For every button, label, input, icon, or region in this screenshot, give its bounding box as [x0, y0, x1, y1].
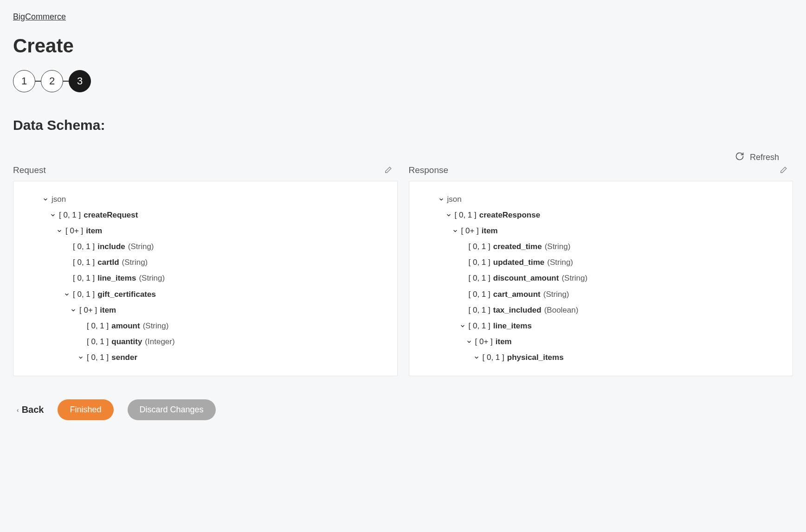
chevron-down-icon[interactable] — [452, 228, 458, 234]
node-name: updated_time — [493, 257, 545, 268]
chevron-down-icon[interactable] — [42, 196, 49, 203]
section-title: Data Schema: — [13, 117, 793, 133]
step-connector — [63, 81, 69, 82]
chevron-down-icon[interactable] — [445, 212, 452, 218]
node-type: (String) — [122, 257, 148, 268]
node-cardinality: [ 0, 1 ] — [87, 337, 109, 347]
refresh-icon — [735, 152, 744, 163]
node-cardinality: [ 0, 1 ] — [469, 257, 490, 268]
node-name: tax_included — [493, 305, 542, 315]
node-cardinality: [ 0, 1 ] — [469, 289, 490, 300]
finished-button[interactable]: Finished — [58, 399, 113, 420]
node-cardinality: [ 0, 1 ] — [73, 257, 95, 268]
tree-node: [ 0, 1 ] quantity (Integer) — [24, 334, 383, 350]
node-name: include — [97, 242, 125, 252]
back-label: Back — [22, 404, 44, 415]
node-cardinality: [ 0, 1 ] — [73, 273, 95, 283]
node-cardinality: [ 0, 1 ] — [469, 242, 490, 252]
tree-node: [ 0, 1 ] line_items (String) — [24, 270, 383, 286]
node-cardinality: [ 0, 1 ] — [469, 321, 490, 331]
node-name: item — [496, 337, 512, 347]
node-cardinality: [ 0, 1 ] — [469, 305, 490, 315]
chevron-down-icon[interactable] — [70, 307, 77, 314]
tree-node[interactable]: [ 0, 1 ] createRequest — [24, 207, 383, 223]
node-name: createRequest — [84, 210, 138, 220]
chevron-down-icon[interactable] — [473, 354, 480, 361]
edit-response-icon[interactable] — [779, 166, 787, 174]
tree-node: [ 0, 1 ] amount (String) — [24, 318, 383, 334]
tree-node[interactable]: [ 0, 1 ] sender — [24, 350, 383, 365]
step-1[interactable]: 1 — [13, 70, 35, 92]
node-cardinality: [ 0, 1 ] — [469, 273, 490, 283]
tree-node[interactable]: json — [419, 192, 779, 207]
node-type: (String) — [545, 242, 571, 252]
node-cardinality: [ 0+ ] — [475, 337, 493, 347]
breadcrumb[interactable]: BigCommerce — [13, 12, 66, 22]
discard-button[interactable]: Discard Changes — [128, 399, 216, 420]
tree-node: [ 0, 1 ] tax_included (Boolean) — [419, 302, 779, 318]
node-cardinality: [ 0, 1 ] — [73, 289, 95, 300]
node-name: item — [100, 305, 116, 315]
node-cardinality: [ 0, 1 ] — [455, 210, 477, 220]
node-name: quantity — [111, 337, 142, 347]
chevron-left-icon: ‹ — [17, 406, 19, 414]
node-name: discount_amount — [493, 273, 559, 283]
node-name: amount — [111, 321, 140, 331]
node-root-label: json — [447, 194, 462, 205]
node-name: line_items — [97, 273, 136, 283]
chevron-down-icon[interactable] — [459, 323, 466, 329]
node-cardinality: [ 0, 1 ] — [87, 353, 109, 363]
tree-node[interactable]: [ 0, 1 ] createResponse — [419, 207, 779, 223]
tree-node: [ 0, 1 ] updated_time (String) — [419, 255, 779, 270]
node-name: gift_certificates — [97, 289, 156, 300]
node-name: cart_amount — [493, 289, 541, 300]
node-cardinality: [ 0, 1 ] — [87, 321, 109, 331]
tree-node[interactable]: [ 0, 1 ] line_items — [419, 318, 779, 334]
node-name: item — [482, 226, 498, 236]
page-title: Create — [13, 35, 793, 57]
response-panel: json[ 0, 1 ] createResponse[ 0+ ] item[ … — [409, 181, 793, 376]
response-label: Response — [409, 165, 449, 175]
tree-node: [ 0, 1 ] discount_amount (String) — [419, 270, 779, 286]
edit-request-icon[interactable] — [384, 166, 392, 174]
tree-node[interactable]: [ 0+ ] item — [419, 334, 779, 350]
tree-node[interactable]: [ 0+ ] item — [24, 302, 383, 318]
node-root-label: json — [52, 194, 66, 205]
tree-node: [ 0, 1 ] created_time (String) — [419, 239, 779, 255]
node-type: (String) — [543, 289, 569, 300]
node-name: created_time — [493, 242, 542, 252]
node-name: line_items — [493, 321, 532, 331]
node-name: createResponse — [479, 210, 540, 220]
step-3[interactable]: 3 — [69, 70, 91, 92]
chevron-down-icon[interactable] — [56, 228, 63, 234]
node-name: cartId — [97, 257, 119, 268]
chevron-down-icon[interactable] — [64, 291, 70, 298]
node-type: (String) — [128, 242, 154, 252]
node-type: (String) — [547, 257, 573, 268]
node-name: physical_items — [507, 353, 564, 363]
tree-node: [ 0, 1 ] cartId (String) — [24, 255, 383, 270]
node-type: (String) — [143, 321, 169, 331]
node-type: (String) — [561, 273, 587, 283]
refresh-label: Refresh — [750, 153, 779, 162]
node-cardinality: [ 0+ ] — [65, 226, 83, 236]
node-cardinality: [ 0, 1 ] — [483, 353, 504, 363]
step-2[interactable]: 2 — [41, 70, 63, 92]
chevron-down-icon[interactable] — [77, 354, 84, 361]
node-type: (Integer) — [145, 337, 174, 347]
tree-node[interactable]: [ 0, 1 ] gift_certificates — [24, 287, 383, 302]
tree-node[interactable]: json — [24, 192, 383, 207]
tree-node[interactable]: [ 0+ ] item — [24, 223, 383, 239]
node-cardinality: [ 0+ ] — [79, 305, 97, 315]
tree-node[interactable]: [ 0, 1 ] physical_items — [419, 350, 779, 365]
node-cardinality: [ 0, 1 ] — [73, 242, 95, 252]
node-name: sender — [111, 353, 137, 363]
tree-node: [ 0, 1 ] cart_amount (String) — [419, 287, 779, 302]
tree-node[interactable]: [ 0+ ] item — [419, 223, 779, 239]
back-button[interactable]: ‹ Back — [17, 404, 44, 415]
chevron-down-icon[interactable] — [438, 196, 445, 203]
chevron-down-icon[interactable] — [50, 212, 56, 218]
node-name: item — [86, 226, 102, 236]
refresh-button[interactable]: Refresh — [13, 152, 793, 163]
chevron-down-icon[interactable] — [466, 339, 472, 345]
